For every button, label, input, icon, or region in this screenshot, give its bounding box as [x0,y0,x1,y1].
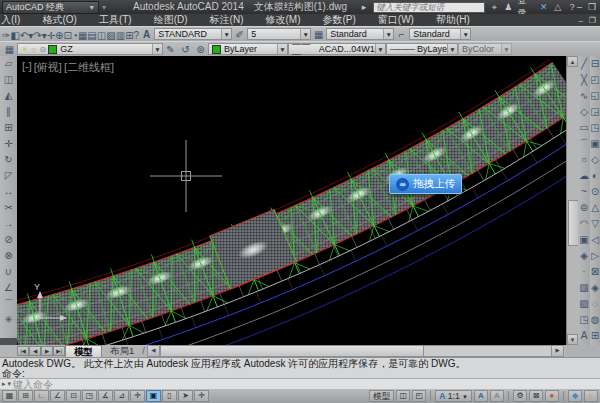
menu-window[interactable]: 窗口(W) [367,14,425,26]
viewport-view-control[interactable]: [俯视] [34,60,62,75]
redo-icon[interactable]: ↷ [33,30,41,41]
panel-icon[interactable]: ⊞ [590,328,600,344]
transparency-toggle[interactable]: ▯ [162,390,177,402]
layer-previous-icon[interactable]: ↺ [178,43,193,56]
designcenter-icon[interactable]: ▤ [87,30,96,41]
help-icon[interactable]: ? [567,2,577,12]
grid-toggle[interactable]: ⊞ [18,390,33,402]
array-icon[interactable]: ⊞ [0,120,17,136]
selection-cycling-toggle[interactable]: ✛ [194,390,209,402]
lineweight-combo[interactable]: ——— ByLayer ▼ [386,43,458,55]
restore-button[interactable]: ❐ [588,2,596,12]
trim-icon[interactable]: ✂ [0,200,17,216]
color-combo[interactable]: ByLayer ▼ [208,43,288,55]
otrack-toggle[interactable]: ∡ [98,390,113,402]
scroll-up-arrow-icon[interactable]: ▲ [567,56,578,67]
search-input[interactable] [373,2,485,13]
ellipse-icon[interactable]: ⊜ [578,200,590,216]
workspace-switching-gear-icon[interactable]: ⚙ [513,390,527,402]
model-space-button[interactable]: 模型 [369,390,394,402]
panel-icon[interactable]: ◈ [590,280,600,296]
panel-icon[interactable]: ◌ [590,296,600,312]
panel-icon[interactable]: ◐ [590,168,600,184]
tool-palettes-icon[interactable]: ◫ [97,30,106,41]
layer-properties-manager-icon[interactable]: ▦ [2,43,17,56]
hatch-icon[interactable]: ▨ [578,280,590,296]
scroll-left-arrow-icon[interactable]: ◀ [148,346,160,356]
layer-lock-icon[interactable]: ⊙ [40,45,47,54]
chamfer-icon[interactable]: ∠ [0,280,17,296]
ortho-toggle[interactable]: ∟ [34,390,49,402]
isolate-objects-icon[interactable]: ◆ [568,390,582,402]
lineweight-toggle[interactable]: ▣ [146,390,161,402]
sheet-set-manager-icon[interactable]: ▧ [106,30,115,41]
vertical-scrollbar[interactable]: ▲ ▼ [566,56,578,345]
pan-icon[interactable]: ✛ [47,30,55,41]
quickcalc-icon[interactable]: ⊞ [125,30,133,41]
minimize-button[interactable]: – [577,2,582,12]
search-icon[interactable]: ⌖ [489,2,499,13]
drawing-canvas[interactable]: Y [-] [俯视] [二维线框] ∞ 拖拽上传 [17,56,566,345]
dyn-toggle[interactable]: ✛ [130,390,145,402]
linetype-combo[interactable]: — — — ACAD...04W10( ▼ [288,43,386,55]
panel-icon[interactable]: ◍ [590,312,600,328]
viewport-visual-style-control[interactable]: [二维线框] [64,60,114,75]
doc-restore-button[interactable]: ❐ [589,16,596,25]
horizontal-scrollbar[interactable]: ◀ ▶ [147,345,564,357]
user-icon[interactable]: ♟ [503,2,513,12]
doc-minimize-button[interactable]: – [578,16,582,25]
snap-toggle[interactable]: ▦ [2,390,17,402]
scale-icon[interactable]: ◸ [0,168,17,184]
polyline-icon[interactable]: ∿ [578,88,590,104]
quick-view-layouts-button[interactable]: ◫ [396,390,410,402]
tab-last-button[interactable]: ▶| [53,346,65,356]
undo-icon[interactable]: ↶ [20,30,28,41]
break-at-point-icon[interactable]: ⊘ [0,232,17,248]
text-style-combo[interactable]: STANDARD ▼ [154,28,232,40]
layer-on-icon[interactable]: ☀ [21,45,28,54]
panel-icon[interactable]: ▷ [590,248,600,264]
viewport-menu-control[interactable]: [-] [22,60,32,75]
a360-icon[interactable]: △ [553,2,563,12]
move-icon[interactable]: ✛ [0,136,17,152]
zoom-window-icon[interactable]: ⊡ [63,30,71,41]
break-icon[interactable]: ⊗ [0,248,17,264]
layer-color-swatch[interactable] [48,45,57,54]
panel-icon[interactable]: ⊙ [590,184,600,200]
tab-next-button[interactable]: ▶ [41,346,53,356]
spline-icon[interactable]: ~ [578,184,590,200]
panel-icon[interactable]: ⊟ [590,56,600,72]
menu-parametric[interactable]: 参数(P) [311,14,366,26]
upload-tooltip[interactable]: ∞ 拖拽上传 [389,174,462,194]
layer-freeze-icon[interactable]: ☼ [30,45,37,54]
panel-icon[interactable]: ◲ [590,104,600,120]
clean-screen-icon[interactable]: ☼ [584,390,598,402]
markup-manager-icon[interactable]: ▥ [116,30,125,41]
menu-modify[interactable]: 修改(M) [254,14,311,26]
line-icon[interactable]: ╱ [578,56,590,72]
polar-toggle[interactable]: ∠ [50,390,65,402]
offset-icon[interactable]: ∥ [0,104,17,120]
tab-first-button[interactable]: |◀ [17,346,29,356]
point-icon[interactable]: · [578,264,590,280]
toolbar-lock-icon[interactable]: ⊠ [529,390,543,402]
layer-combo[interactable]: ☀ ☼ ⊙ GZ ▼ [17,43,163,55]
scroll-down-arrow-icon[interactable]: ▼ [567,334,578,345]
fillet-icon[interactable]: ⌒ [0,296,17,312]
exchange-apps-icon[interactable]: ✕ [539,2,549,12]
command-history[interactable]: Autodesk DWG。 此文件上次由 Autodesk 应用程序或 Auto… [0,357,600,378]
join-icon[interactable]: ∪ [0,264,17,280]
mtext-icon[interactable]: A [578,328,590,344]
region-icon[interactable]: ◳ [578,312,590,328]
tab-prev-button[interactable]: ◀ [29,346,41,356]
make-layer-current-icon[interactable]: ✎ [163,43,178,56]
annotation-scale-button[interactable]: A 1:1 ▼ [435,390,472,402]
panel-icon[interactable]: ▣ [590,136,600,152]
quick-properties-toggle[interactable]: ➤ [178,390,193,402]
insert-block-icon[interactable]: ▣ [578,232,590,248]
polygon-icon[interactable]: ◇ [578,104,590,120]
panel-icon[interactable]: ◇ [590,152,600,168]
workspace-selector[interactable]: AutoCAD 经典 ▼ [2,1,99,14]
mleader-style-combo[interactable]: Standard ▼ [409,28,471,40]
annotation-visibility-button[interactable]: A [474,390,488,402]
